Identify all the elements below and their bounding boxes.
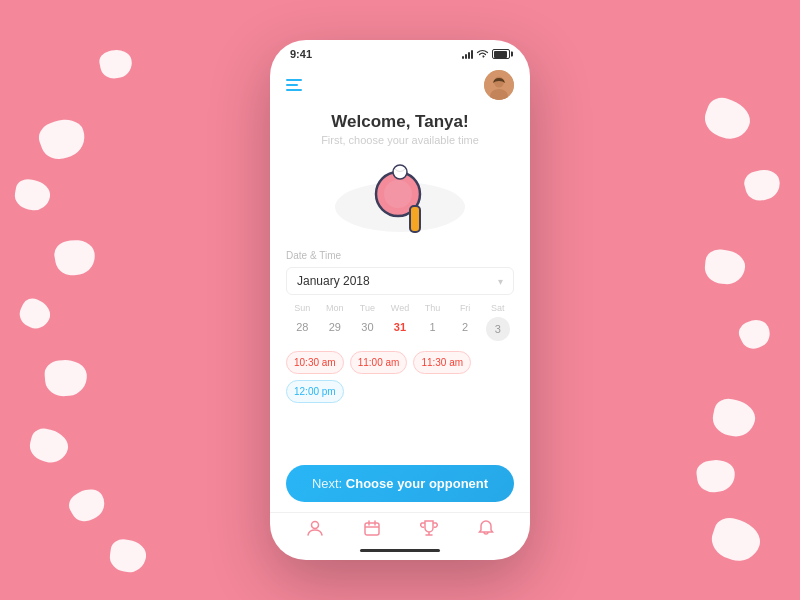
calendar-day[interactable]: 28 — [286, 317, 319, 341]
day-fri: Fri — [449, 303, 482, 313]
month-selector[interactable]: January 2018 ▾ — [286, 267, 514, 295]
next-button[interactable]: Next: Choose your opponent — [286, 465, 514, 502]
next-action: Choose your opponent — [346, 476, 488, 491]
illustration-area — [270, 154, 530, 250]
time-slot-1200[interactable]: 12:00 pm — [286, 380, 344, 403]
day-wed: Wed — [384, 303, 417, 313]
svg-rect-8 — [365, 523, 379, 535]
paddle-icon — [360, 158, 440, 242]
status-bar: 9:41 — [270, 40, 530, 64]
calendar-day[interactable]: 2 — [449, 317, 482, 341]
chevron-down-icon: ▾ — [498, 276, 503, 287]
calendar-day[interactable]: 29 — [319, 317, 352, 341]
welcome-title: Welcome, Tanya! — [286, 112, 514, 132]
hamburger-menu[interactable] — [286, 79, 302, 91]
phone-frame: 9:41 — [270, 40, 530, 560]
day-sat: Sat — [481, 303, 514, 313]
datetime-section: Date & Time January 2018 ▾ Sun Mon Tue W… — [270, 250, 530, 465]
time-slots: 10:30 am 11:00 am 11:30 am 12:00 pm — [286, 351, 514, 403]
day-sun: Sun — [286, 303, 319, 313]
profile-nav[interactable] — [306, 519, 324, 537]
time-slot-1130[interactable]: 11:30 am — [413, 351, 471, 374]
bottom-nav — [270, 512, 530, 545]
calendar-day-selected[interactable]: 3 — [486, 317, 510, 341]
status-time: 9:41 — [290, 48, 312, 60]
day-thu: Thu — [416, 303, 449, 313]
calendar: Sun Mon Tue Wed Thu Fri Sat 28 29 30 31 … — [286, 303, 514, 341]
welcome-subtitle: First, choose your available time — [286, 134, 514, 146]
trophy-nav[interactable] — [420, 519, 438, 537]
svg-point-4 — [384, 180, 412, 208]
next-prefix: Next: — [312, 476, 346, 491]
signal-icon — [462, 49, 473, 59]
notifications-nav[interactable] — [477, 519, 495, 537]
time-slot-1100[interactable]: 11:00 am — [350, 351, 408, 374]
svg-rect-5 — [410, 206, 420, 232]
calendar-day[interactable]: 30 — [351, 317, 384, 341]
calendar-header: Sun Mon Tue Wed Thu Fri Sat — [286, 303, 514, 313]
avatar[interactable] — [484, 70, 514, 100]
section-label: Date & Time — [286, 250, 514, 261]
day-mon: Mon — [319, 303, 352, 313]
svg-point-7 — [311, 522, 318, 529]
battery-icon — [492, 49, 510, 59]
month-text: January 2018 — [297, 274, 370, 288]
welcome-section: Welcome, Tanya! First, choose your avail… — [270, 108, 530, 154]
calendar-row-1: 28 29 30 31 1 2 3 — [286, 317, 514, 341]
calendar-day[interactable]: 31 — [384, 317, 417, 341]
time-slot-1030[interactable]: 10:30 am — [286, 351, 344, 374]
wifi-icon — [476, 49, 489, 59]
top-nav — [270, 64, 530, 108]
status-icons — [462, 49, 510, 59]
day-tue: Tue — [351, 303, 384, 313]
calendar-nav[interactable] — [363, 519, 381, 537]
calendar-day[interactable]: 1 — [416, 317, 449, 341]
home-indicator — [360, 549, 440, 552]
